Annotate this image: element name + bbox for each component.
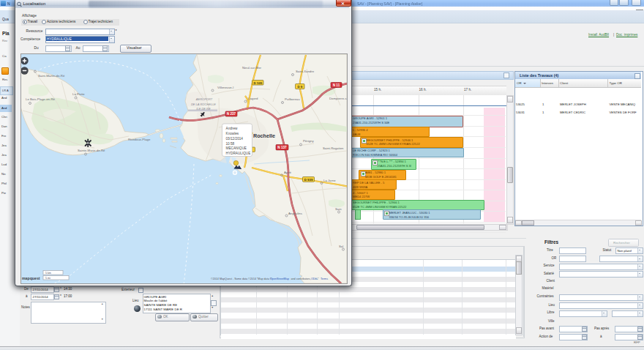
- svg-text:Rivedoux-Plage: Rivedoux-Plage: [128, 138, 151, 141]
- svg-text:5 km: 5 km: [45, 272, 51, 275]
- svg-text:Lagord: Lagord: [248, 97, 258, 100]
- svg-text:Aytré: Aytré: [284, 170, 292, 174]
- svg-text:Périgny: Périgny: [303, 139, 314, 143]
- svg-text:Le Bois-Plage-en-Ré: Le Bois-Plage-en-Ré: [26, 97, 55, 101]
- svg-text:DE LA ROCHELLE: DE LA ROCHELLE: [191, 102, 216, 105]
- svg-text:D 9: D 9: [297, 84, 302, 88]
- svg-text:Villeneuve-l: Villeneuve-l: [217, 86, 233, 89]
- svg-text:Knowles: Knowles: [226, 132, 239, 135]
- svg-text:and contributors,: and contributors,: [291, 277, 311, 280]
- svg-text:Sainte-Marie-de-Ré: Sainte-Marie-de-Ré: [78, 149, 105, 152]
- svg-text:03/12/2014: 03/12/2014: [226, 136, 244, 140]
- svg-text:Saint-Martin-de-Ré: Saint-Martin-de-Ré: [38, 74, 65, 78]
- svg-text:10:58: 10:58: [226, 141, 235, 145]
- svg-text:La Jarne: La Jarne: [323, 178, 336, 182]
- svg-text:D 105: D 105: [253, 81, 262, 84]
- svg-text:Nieul-sur-Mer: Nieul-sur-Mer: [242, 66, 262, 70]
- svg-text:N 11: N 11: [333, 83, 340, 86]
- svg-text:La Flotte: La Flotte: [72, 92, 85, 96]
- svg-text:Sain: Sain: [335, 207, 342, 211]
- svg-text:MECANIQUE: MECANIQUE: [226, 146, 247, 150]
- svg-text:AEROPORT: AEROPORT: [195, 97, 213, 101]
- svg-text:N 137: N 137: [277, 146, 287, 149]
- svg-text:HYDRAULIQUE: HYDRAULIQUE: [226, 152, 251, 155]
- svg-text:Rochelle: Rochelle: [253, 133, 275, 139]
- svg-text:OpenStreetMap: OpenStreetMap: [270, 277, 289, 280]
- svg-text:Dompierre-s: Dompierre-s: [329, 97, 347, 100]
- svg-text:Terms: Terms: [321, 277, 328, 280]
- svg-text:ILE DE RE: ILE DE RE: [196, 107, 211, 111]
- svg-text:mapquest: mapquest: [22, 276, 40, 280]
- svg-text:©2014 MapQuest - Some data ©: ©2014 MapQuest - Some data ©2014 "Map da…: [211, 277, 272, 280]
- svg-text:Saint-Xandre: Saint-Xandre: [296, 70, 315, 73]
- svg-text:5 mi: 5 mi: [45, 277, 50, 280]
- svg-text:D 939: D 939: [304, 177, 313, 181]
- svg-text:Saint-Rogatien: Saint-Rogatien: [323, 146, 344, 150]
- svg-text:Puilboreau: Puilboreau: [285, 97, 300, 101]
- svg-text:Angoulins: Angoulins: [288, 212, 302, 215]
- svg-text:N 237: N 237: [227, 112, 236, 116]
- svg-text:Andrew: Andrew: [226, 127, 239, 130]
- svg-text:Sal: Sal: [339, 245, 343, 248]
